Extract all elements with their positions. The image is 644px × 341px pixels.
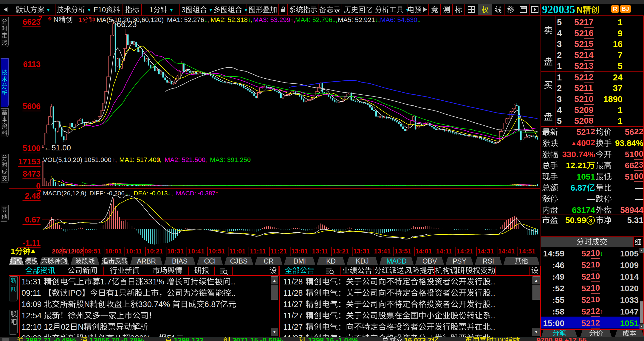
svg-text:▼: ▼ [87,8,91,13]
svg-text:100: 100 [494,336,506,341]
svg-text:..: .. [491,277,495,286]
svg-text:▼: ▼ [209,8,213,13]
svg-text:330.74%: 330.74% [138,300,170,309]
svg-text:3071.15 -0.60%: 3071.15 -0.60% [232,336,283,341]
svg-text:6.87: 6.87 [571,183,587,192]
svg-text:6.87: 6.87 [205,300,220,309]
svg-text:9700.99 +17.55: 9700.99 +17.55 [537,336,587,341]
svg-text:02: 02 [61,323,70,331]
svg-text:3997.71 -0.49%: 3997.71 -0.49% [26,336,76,341]
svg-text:F10: F10 [94,6,106,14]
svg-text:16,073.7: 16,073.7 [404,336,432,341]
svg-text:▼: ▼ [244,8,248,13]
svg-text:331%: 331% [144,277,164,286]
svg-text:N: N [84,300,90,309]
svg-text:1: 1 [149,6,153,14]
svg-text:IPO: IPO [68,289,82,298]
svg-text:..: .. [231,289,236,298]
svg-text:1: 1 [11,247,15,256]
svg-text:..: .. [491,311,495,320]
svg-text:..: .. [231,277,235,286]
svg-text:3: 3 [589,217,592,224]
svg-text:15:31: 15:31 [21,277,42,286]
svg-text:12:10 12: 12:10 12 [21,323,53,331]
svg-text:..: .. [491,323,495,331]
svg-text:50.99: 50.99 [565,216,586,225]
svg-text:12.21: 12.21 [566,161,587,170]
svg-text:11/28: 11/28 [283,289,303,298]
svg-text:11/27: 11/27 [283,311,303,320]
svg-text:▼: ▼ [405,8,410,13]
svg-text:1: 1 [114,289,119,298]
svg-text:..: .. [491,289,495,298]
svg-text:▼: ▼ [46,8,50,13]
svg-text:N: N [78,323,84,331]
svg-text:N: N [53,15,58,24]
svg-text:1398.132: 1398.132 [174,336,204,341]
svg-text:09:11: 09:11 [21,289,41,298]
svg-text:1.7: 1.7 [100,277,112,286]
svg-text:16:09: 16:09 [21,300,42,309]
svg-text:12:54: 12:54 [21,311,42,320]
svg-text:1: 1 [78,16,82,24]
svg-text:..: .. [491,300,495,309]
svg-text:1398.16 -1.04%: 1398.16 -1.04% [308,336,358,341]
svg-text:13056.70 -0.78%: 13056.70 -0.78% [89,336,144,341]
svg-text:3: 3 [182,6,185,14]
svg-text:11/27: 11/27 [283,323,303,331]
svg-text:▼: ▼ [169,8,174,13]
svg-text:11/28: 11/28 [283,277,303,286]
svg-text:11/27: 11/27 [283,300,303,309]
svg-text:N: N [577,5,583,15]
